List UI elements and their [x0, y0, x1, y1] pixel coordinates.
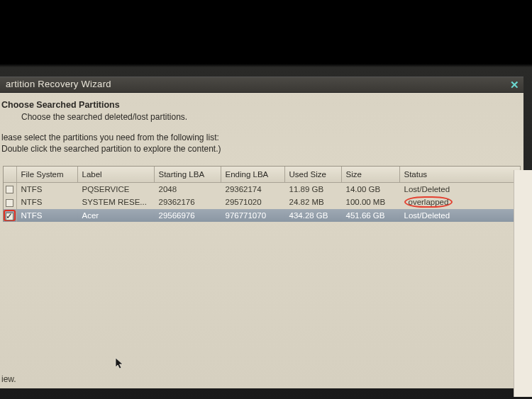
col-starting-lba[interactable]: Starting LBA [154, 167, 221, 182]
table-row[interactable]: NTFSAcer29566976976771070434.28 GB451.66… [4, 209, 521, 222]
row-checkbox[interactable] [6, 199, 13, 207]
col-size[interactable]: Size [341, 167, 399, 182]
page-title: Choose Searched Partitions [1, 100, 522, 110]
cell-size: 100.00 MB [341, 195, 399, 209]
row-checkbox-cell[interactable] [4, 209, 16, 222]
wizard-header: Choose Searched Partitions Choose the se… [0, 93, 523, 132]
row-checkbox[interactable] [6, 213, 13, 220]
cell-used-size: 434.28 GB [284, 209, 341, 222]
instruction-line: lease select the partitions you need fro… [1, 132, 522, 143]
cursor-icon [115, 357, 125, 373]
cell-filesystem: NTFS [16, 182, 77, 195]
status-badge: overlapped [404, 196, 453, 208]
col-status[interactable]: Status [399, 167, 521, 182]
cell-ending-lba: 29571020 [221, 195, 284, 209]
window-title: artition Recovery Wizard [6, 79, 111, 89]
right-panel-fragment [514, 170, 532, 397]
wizard-window: artition Recovery Wizard ✕ Choose Search… [0, 77, 523, 388]
page-subtitle: Choose the searched deleted/lost partiti… [21, 112, 522, 122]
cell-size: 14.00 GB [341, 182, 399, 195]
partition-table-body: NTFSPQSERVICE20482936217411.89 GB14.00 G… [4, 182, 521, 222]
cell-starting-lba: 29566976 [154, 209, 221, 222]
partition-table[interactable]: File System Label Starting LBA Ending LB… [4, 167, 521, 222]
row-checkbox-cell[interactable] [4, 182, 16, 195]
row-checkbox-cell[interactable] [4, 195, 16, 209]
instructions: lease select the partitions you need fro… [0, 132, 523, 164]
cell-filesystem: NTFS [16, 195, 77, 209]
table-row[interactable]: NTFSSYSTEM RESE...293621762957102024.82 … [4, 195, 521, 209]
col-label[interactable]: Label [77, 167, 154, 182]
cell-status: Lost/Deleted [399, 209, 521, 222]
cell-size: 451.66 GB [341, 209, 399, 222]
cell-used-size: 24.82 MB [284, 195, 341, 209]
table-header-row: File System Label Starting LBA Ending LB… [4, 167, 521, 182]
instruction-line: Double click the searched partition to e… [1, 143, 522, 154]
col-used-size[interactable]: Used Size [284, 167, 341, 182]
row-checkbox[interactable] [6, 186, 13, 193]
table-row[interactable]: NTFSPQSERVICE20482936217411.89 GB14.00 G… [4, 182, 521, 195]
cell-starting-lba: 2048 [154, 182, 221, 195]
cell-ending-lba: 976771070 [221, 209, 284, 222]
cell-label: Acer [77, 209, 154, 222]
footer-text: iew. [1, 374, 16, 384]
cell-used-size: 11.89 GB [284, 182, 341, 195]
close-icon[interactable]: ✕ [510, 79, 519, 91]
cell-status: Lost/Deleted [399, 182, 521, 195]
cell-starting-lba: 29362176 [154, 195, 221, 209]
partition-table-wrap: File System Label Starting LBA Ending LB… [3, 166, 521, 222]
cell-filesystem: NTFS [16, 209, 77, 222]
cell-status: overlapped [399, 195, 521, 209]
titlebar[interactable]: artition Recovery Wizard ✕ [0, 77, 523, 93]
cell-label: SYSTEM RESE... [77, 195, 154, 209]
cell-ending-lba: 29362174 [221, 182, 284, 195]
cell-label: PQSERVICE [77, 182, 154, 195]
col-filesystem[interactable]: File System [16, 167, 77, 182]
col-ending-lba[interactable]: Ending LBA [221, 167, 284, 182]
col-checkbox [4, 167, 16, 182]
